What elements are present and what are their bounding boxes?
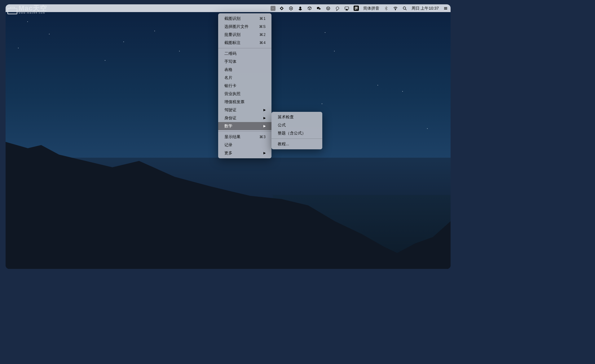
shortcut: ⌘S [259, 24, 266, 30]
shortcut: ⌘2 [259, 32, 266, 38]
submenu-fullquestion[interactable]: 整题（含公式） [271, 129, 322, 137]
airplay-icon[interactable] [344, 6, 349, 11]
input-method-badge[interactable]: 拼 [354, 6, 359, 11]
menu-label: 数学 [224, 123, 232, 129]
menu-label: 教程... [278, 141, 289, 147]
menu-label: 更多 [224, 150, 232, 156]
shortcut: ⌘4 [259, 40, 266, 46]
menu-namecard[interactable]: 名片 [218, 74, 271, 82]
svg-rect-0 [273, 8, 273, 8]
submenu-arrow-icon: ▶ [263, 115, 266, 121]
submenu-formula[interactable]: 公式 [271, 121, 322, 129]
menu-label: 增值税发票 [224, 99, 245, 105]
menu-license[interactable]: 营业执照 [218, 90, 271, 98]
wechat-icon[interactable] [316, 6, 321, 11]
menu-label: 营业执照 [224, 91, 240, 97]
shortcut: ⌘3 [259, 134, 266, 140]
svg-point-11 [403, 7, 406, 9]
submenu-arithmetic[interactable]: 算术检查 [271, 113, 322, 121]
menu-label: 显示结果 [224, 134, 240, 140]
submenu-arrow-icon: ▶ [263, 107, 266, 113]
chat-icon[interactable] [335, 6, 340, 11]
menu-label: 名片 [224, 75, 232, 81]
svg-point-4 [319, 8, 321, 10]
menu-label: 身份证 [224, 115, 236, 121]
menu-label: 手写体 [224, 59, 236, 65]
menu-vat[interactable]: 增值税发票 [218, 98, 271, 106]
svg-point-8 [336, 7, 339, 10]
menu-separator [218, 131, 271, 132]
math-submenu: 算术检查 公式 整题（含公式） 教程... [271, 112, 322, 149]
qq-icon[interactable] [298, 6, 303, 11]
menu-label: 表格 [224, 67, 232, 73]
menu-label: 选择图片文件 [224, 24, 249, 30]
menu-batch-ocr[interactable]: 批量识别⌘2 [218, 31, 271, 39]
menu-label: 整题（含公式） [278, 130, 306, 136]
input-method-label[interactable]: 简体拼音 [363, 6, 379, 11]
menu-table[interactable]: 表格 [218, 66, 271, 74]
diamond-icon[interactable] [279, 6, 284, 11]
menu-label: 截图识别 [224, 15, 240, 22]
cube-icon[interactable] [307, 6, 312, 11]
menu-label: 截图标注 [224, 40, 240, 46]
submenu-arrow-icon: ▶ [263, 150, 266, 156]
menu-driver-license[interactable]: 驾驶证▶ [218, 106, 271, 114]
menu-label: 银行卡 [224, 83, 236, 89]
menu-history[interactable]: 记录 [218, 141, 271, 149]
menu-label: 驾驶证 [224, 107, 236, 113]
menu-show-result[interactable]: 显示结果⌘3 [218, 133, 271, 141]
menu-icon[interactable] [443, 6, 448, 11]
menu-more[interactable]: 更多▶ [218, 149, 271, 157]
menu-label: 算术检查 [278, 114, 294, 120]
svg-point-5 [326, 7, 330, 10]
menu-label: 批量识别 [224, 32, 240, 38]
bluetooth-icon[interactable] [384, 6, 389, 11]
menu-separator [271, 138, 322, 139]
menu-separator [218, 48, 271, 48]
capture-icon[interactable] [271, 6, 275, 11]
menu-bankcard[interactable]: 银行卡 [218, 82, 271, 90]
watermark-url: www.mac69.com [19, 12, 47, 14]
search-icon[interactable] [402, 6, 407, 11]
menu-select-image[interactable]: 选择图片文件⌘S [218, 23, 271, 31]
datetime[interactable]: 周日 上午10:37 [412, 6, 439, 11]
menu-math[interactable]: 数学▶ [218, 122, 271, 130]
dropdown-menu: 截图识别⌘1 选择图片文件⌘S 批量识别⌘2 截图标注⌘4 二维码 手写体 表格… [218, 13, 271, 158]
hexagon-icon[interactable] [289, 6, 293, 11]
svg-point-1 [290, 8, 292, 9]
svg-point-7 [328, 8, 329, 8]
menu-label: 公式 [278, 122, 286, 128]
menu-handwriting[interactable]: 手写体 [218, 58, 271, 66]
menu-label: 二维码 [224, 50, 236, 57]
desktop-window: Mac天空 www.mac69.com 拼 简体拼音 周日 上午10:37 截图… [6, 4, 451, 269]
wifi-icon[interactable] [393, 6, 398, 11]
svg-point-10 [395, 9, 396, 10]
menu-screenshot-annotate[interactable]: 截图标注⌘4 [218, 39, 271, 47]
svg-point-2 [299, 7, 301, 9]
menubar: 拼 简体拼音 周日 上午10:37 [6, 4, 451, 12]
menu-screenshot-ocr[interactable]: 截图识别⌘1 [218, 15, 271, 23]
menu-id-card[interactable]: 身份证▶ [218, 114, 271, 122]
svg-point-6 [327, 8, 328, 8]
submenu-tutorial[interactable]: 教程... [271, 140, 322, 148]
shortcut: ⌘1 [259, 15, 266, 22]
submenu-arrow-icon: ▶ [263, 123, 266, 129]
emoji-icon[interactable] [326, 6, 331, 11]
menu-qrcode[interactable]: 二维码 [218, 50, 271, 58]
menu-label: 记录 [224, 142, 232, 148]
